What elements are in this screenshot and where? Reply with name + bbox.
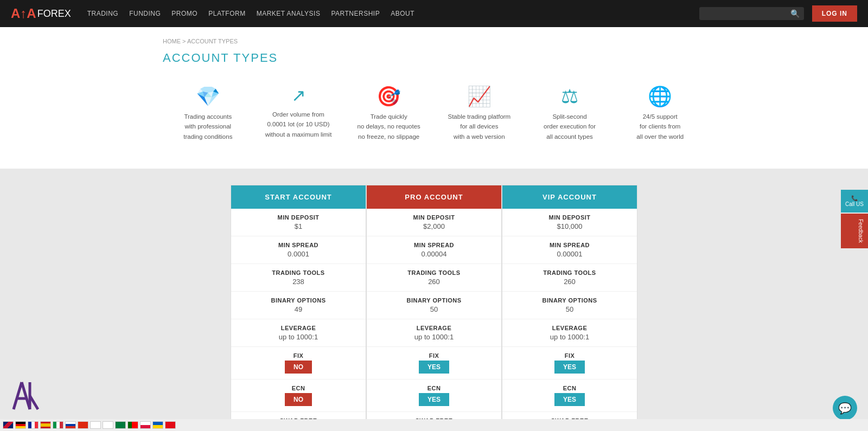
diamond-icon: 💎 [196,87,220,106]
feedback-label: Feedback [858,219,864,243]
start-ecn-badge: NO [285,393,312,406]
flags-bar [0,419,868,431]
start-fix: FIX NO [231,347,366,379]
vip-min-spread-value: 0.00001 [510,250,629,258]
breadcrumb-sep: > [182,38,186,44]
nav-trading[interactable]: TRADING [87,10,119,17]
account-pro: PRO ACCOUNT MIN DEPOSIT $2,000 MIN SPREA… [366,185,502,431]
chat-icon: 💬 [838,402,852,415]
vip-fix-badge: YES [554,361,585,374]
chat-bubble[interactable]: 💬 [833,396,857,420]
logo-forex: FOREX [37,8,71,20]
nav-funding[interactable]: FUNDING [129,10,161,17]
start-trading-tools: TRADING TOOLS 238 [231,264,366,292]
start-min-spread: MIN SPREAD 0.0001 [231,236,366,264]
arrow-growth-icon: ↗ [291,87,306,104]
pro-binary-options-label: BINARY OPTIONS [375,297,493,304]
start-fix-badge: NO [285,361,312,374]
call-us-widget[interactable]: 📞 Call US [841,190,868,213]
account-start: START ACCOUNT MIN DEPOSIT $1 MIN SPREAD … [231,185,366,431]
pro-min-deposit-value: $2,000 [375,222,493,230]
feature-trading-accounts: 💎 Trading accountswith professionaltradi… [163,87,253,141]
flag-fr[interactable] [28,421,39,429]
feature-text-5: 24/5 supportfor clients fromall over the… [636,112,684,141]
vip-fix: FIX YES [502,347,637,379]
flag-tr[interactable] [165,421,176,429]
flag-de[interactable] [15,421,26,429]
bottom-logo-svg [11,379,43,412]
breadcrumb: HOME > ACCOUNT TYPES [163,38,705,44]
flag-it[interactable] [53,421,63,429]
vip-leverage: LEVERAGE up to 1000:1 [502,319,637,347]
vip-ecn-label: ECN [510,385,629,391]
pro-min-spread-label: MIN SPREAD [375,242,493,248]
vip-min-deposit-value: $10,000 [510,222,629,230]
flag-pl[interactable] [140,421,151,429]
account-vip: VIP ACCOUNT MIN DEPOSIT $10,000 MIN SPRE… [502,185,637,431]
vip-ecn-badge: YES [554,393,585,406]
call-us-label: Call US [845,201,864,207]
vip-leverage-label: LEVERAGE [510,325,629,331]
nav-about[interactable]: ABOUT [391,10,414,17]
pro-fix-badge: YES [419,361,449,374]
start-min-deposit: MIN DEPOSIT $1 [231,209,366,236]
start-ecn-value: NO [239,393,358,406]
start-leverage-value: up to 1000:1 [239,333,358,341]
account-pro-header: PRO ACCOUNT [367,185,501,209]
globe-icon: 🌐 [648,87,672,106]
feature-stable-platform: 📈 Stable trading platformfor all devices… [434,87,525,141]
feedback-widget[interactable]: Feedback [841,214,868,248]
page-title: ACCOUNT TYPES [163,51,705,65]
vip-trading-tools: TRADING TOOLS 260 [502,264,637,292]
features-row: 💎 Trading accountswith professionaltradi… [163,81,705,147]
start-binary-options-value: 49 [239,305,358,313]
svg-line-0 [14,382,22,409]
flag-ar[interactable] [115,421,126,429]
start-trading-tools-value: 238 [239,278,358,286]
start-min-deposit-label: MIN DEPOSIT [239,214,358,221]
search-box: 🔍 [699,7,804,20]
start-min-spread-label: MIN SPREAD [239,242,358,248]
flag-es[interactable] [40,421,51,429]
bottom-logo [11,379,43,415]
start-fix-value: NO [239,361,358,374]
start-trading-tools-label: TRADING TOOLS [239,269,358,276]
feature-order-volume: ↗ Order volume from0.0001 lot (or 10 USD… [253,87,344,139]
start-ecn-label: ECN [239,385,358,391]
flag-ru[interactable] [65,421,76,429]
feature-support: 🌐 24/5 supportfor clients fromall over t… [615,87,705,141]
pro-ecn-label: ECN [375,385,493,391]
flag-ua[interactable] [152,421,163,429]
flag-gb[interactable] [3,421,14,429]
pro-fix: FIX YES [367,347,501,379]
feature-text-1: Order volume from0.0001 lot (or 10 USD)w… [265,110,332,139]
breadcrumb-current: ACCOUNT TYPES [187,38,238,44]
pro-binary-options-value: 50 [375,305,493,313]
flag-kr[interactable] [103,421,113,429]
logo[interactable]: A↑A FOREX [11,6,71,21]
start-ecn: ECN NO [231,379,366,412]
nav-platform[interactable]: PLATFORM [208,10,245,17]
nav-promo[interactable]: PROMO [171,10,197,17]
nav-market-analysis[interactable]: MARKET ANALYSIS [257,10,321,17]
vip-min-deposit-label: MIN DEPOSIT [510,214,629,221]
pro-fix-label: FIX [375,352,493,359]
pro-trading-tools-label: TRADING TOOLS [375,269,493,276]
search-input[interactable] [704,10,790,17]
breadcrumb-home[interactable]: HOME [163,38,181,44]
pro-min-deposit: MIN DEPOSIT $2,000 [367,209,501,236]
start-leverage: LEVERAGE up to 1000:1 [231,319,366,347]
feature-text-0: Trading accountswith professionaltrading… [183,112,232,141]
nav-partnership[interactable]: PARTNERSHIP [331,10,380,17]
flag-jp[interactable] [90,421,101,429]
flag-pt[interactable] [127,421,138,429]
content-area: HOME > ACCOUNT TYPES ACCOUNT TYPES 💎 Tra… [0,27,868,169]
pro-leverage-label: LEVERAGE [375,325,493,331]
pro-min-spread: MIN SPREAD 0.00004 [367,236,501,264]
start-leverage-label: LEVERAGE [239,325,358,331]
feature-trade-quickly: 🎯 Trade quicklyno delays, no requotesno … [343,87,434,141]
login-button[interactable]: LOG IN [812,5,857,22]
flag-cn[interactable] [78,421,88,429]
search-icon: 🔍 [790,9,800,18]
pro-leverage-value: up to 1000:1 [375,333,493,341]
